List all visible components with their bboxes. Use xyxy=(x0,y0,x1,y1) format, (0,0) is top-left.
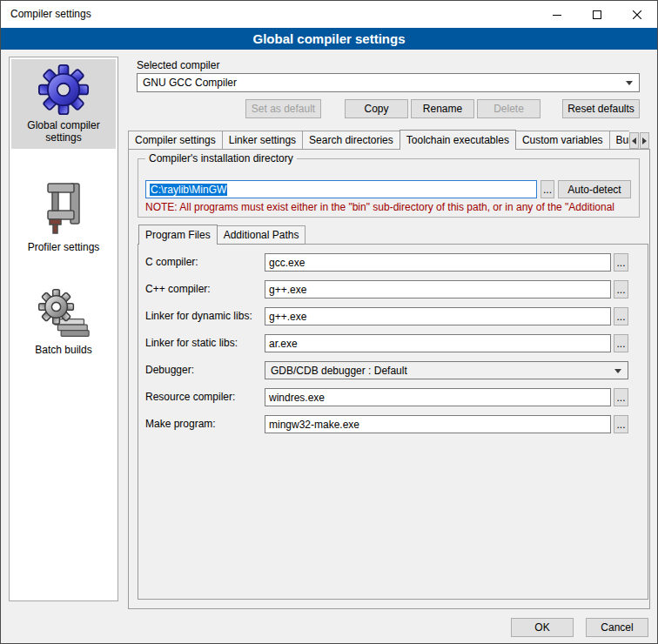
make-program-browse-button[interactable]: ... xyxy=(614,415,628,433)
gear-blue-icon xyxy=(11,64,116,117)
debugger-combobox[interactable]: GDB/CDB debugger : Default xyxy=(265,361,628,379)
field-row-linker-dynamic: Linker for dynamic libs: g++.exe ... xyxy=(145,307,640,325)
field-row-debugger: Debugger: GDB/CDB debugger : Default xyxy=(145,361,640,379)
tab-linker-settings[interactable]: Linker settings xyxy=(222,131,303,150)
chevron-down-icon xyxy=(626,81,633,85)
linker-static-browse-button[interactable]: ... xyxy=(614,334,628,352)
rename-button[interactable]: Rename xyxy=(411,99,474,118)
sidebar-item-label: Batch builds xyxy=(11,344,116,361)
caption-buttons xyxy=(537,1,657,28)
c-compiler-browse-button[interactable]: ... xyxy=(614,253,628,272)
installation-directory-group-title: Compiler's installation directory xyxy=(145,152,297,164)
sidebar-item-label: Profiler settings xyxy=(11,241,116,258)
tab-scroll-left-button[interactable] xyxy=(629,132,639,149)
ok-button[interactable]: OK xyxy=(511,618,574,637)
linker-static-input[interactable]: ar.exe xyxy=(265,334,611,352)
field-row-make-program: Make program: mingw32-make.exe ... xyxy=(145,415,640,433)
resource-compiler-label: Resource compiler: xyxy=(145,391,235,403)
tab-compiler-settings[interactable]: Compiler settings xyxy=(128,131,223,150)
linker-dynamic-input[interactable]: g++.exe xyxy=(265,307,611,325)
install-dir-browse-button[interactable]: ... xyxy=(540,180,554,198)
linker-dynamic-label: Linker for dynamic libs: xyxy=(145,310,252,322)
debugger-value: GDB/CDB debugger : Default xyxy=(271,365,407,377)
resource-compiler-browse-button[interactable]: ... xyxy=(614,388,628,406)
installation-directory-value: C:\raylib\MinGW xyxy=(150,184,227,196)
make-program-input[interactable]: mingw32-make.exe xyxy=(265,415,611,433)
program-tabbar: Program Files Additional Paths xyxy=(138,225,487,245)
linker-dynamic-value: g++.exe xyxy=(269,311,306,323)
selected-compiler-combobox[interactable]: GNU GCC Compiler xyxy=(137,73,640,92)
selected-compiler-label: Selected compiler xyxy=(137,59,219,71)
delete-button[interactable]: Delete xyxy=(477,99,540,118)
tab-scroll-left-icon xyxy=(632,138,636,144)
sidebar-item-global-compiler-settings[interactable]: Global compiler settings xyxy=(11,59,116,149)
c-compiler-input[interactable]: gcc.exe xyxy=(265,253,611,272)
chevron-down-icon xyxy=(614,369,621,373)
auto-detect-button[interactable]: Auto-detect xyxy=(558,180,631,198)
titlebar[interactable]: Compiler settings xyxy=(1,1,657,28)
main-tabbar: Compiler settings Linker settings Search… xyxy=(128,130,629,150)
dialog-header: Global compiler settings xyxy=(1,28,657,50)
sidebar: Global compiler settings Profiler settin… xyxy=(9,57,118,601)
tab-program-files[interactable]: Program Files xyxy=(138,225,218,245)
sidebar-item-batch-builds[interactable]: Batch builds xyxy=(11,282,116,361)
tab-search-directories[interactable]: Search directories xyxy=(302,131,400,150)
cancel-button[interactable]: Cancel xyxy=(586,618,648,637)
linker-static-value: ar.exe xyxy=(269,338,298,350)
batch-builds-gear-stack-icon xyxy=(11,287,116,342)
debugger-label: Debugger: xyxy=(145,364,194,376)
cpp-compiler-input[interactable]: g++.exe xyxy=(265,280,611,299)
c-compiler-label: C compiler: xyxy=(145,256,198,268)
field-row-resource-compiler: Resource compiler: windres.exe ... xyxy=(145,388,640,406)
resource-compiler-input[interactable]: windres.exe xyxy=(265,388,611,406)
install-dir-note: NOTE: All programs must exist either in … xyxy=(145,201,633,214)
resource-compiler-value: windres.exe xyxy=(269,392,325,404)
tab-additional-paths[interactable]: Additional Paths xyxy=(217,225,306,245)
set-as-default-button[interactable]: Set as default xyxy=(245,99,321,118)
cpp-compiler-label: C++ compiler: xyxy=(145,283,211,295)
make-program-value: mingw32-make.exe xyxy=(269,419,359,431)
field-row-linker-static: Linker for static libs: ar.exe ... xyxy=(145,334,640,352)
sidebar-item-profiler-settings[interactable]: Profiler settings xyxy=(11,176,116,258)
field-row-c-compiler: C compiler: gcc.exe ... xyxy=(145,253,640,272)
profiler-clamp-icon xyxy=(11,181,116,239)
minimize-icon xyxy=(553,10,561,19)
copy-button[interactable]: Copy xyxy=(345,99,408,118)
tab-toolchain-executables[interactable]: Toolchain executables xyxy=(400,130,516,150)
cpp-compiler-browse-button[interactable]: ... xyxy=(614,280,628,299)
linker-static-label: Linker for static libs: xyxy=(145,337,238,349)
make-program-label: Make program: xyxy=(145,418,216,430)
cpp-compiler-value: g++.exe xyxy=(269,284,306,296)
sidebar-item-label: Global compiler settings xyxy=(11,119,116,149)
maximize-button[interactable] xyxy=(577,1,617,28)
maximize-icon xyxy=(593,10,601,19)
selected-compiler-value: GNU GCC Compiler xyxy=(143,77,237,89)
tab-scroll-right-icon xyxy=(642,138,647,144)
field-row-cpp-compiler: C++ compiler: g++.exe ... xyxy=(145,280,640,299)
tab-custom-variables[interactable]: Custom variables xyxy=(515,131,610,150)
close-button[interactable] xyxy=(617,1,657,28)
linker-dynamic-browse-button[interactable]: ... xyxy=(614,307,628,325)
tab-scroll-right-button[interactable] xyxy=(640,132,649,149)
close-icon xyxy=(633,10,641,19)
c-compiler-value: gcc.exe xyxy=(269,257,305,269)
installation-directory-input[interactable]: C:\raylib\MinGW xyxy=(145,180,537,198)
reset-defaults-button[interactable]: Reset defaults xyxy=(562,99,640,118)
compiler-settings-window: Compiler settings Global compiler settin… xyxy=(0,0,658,644)
tab-build-options-truncated[interactable]: Buil xyxy=(609,131,629,150)
window-title: Compiler settings xyxy=(10,8,91,20)
minimize-button[interactable] xyxy=(537,1,577,28)
